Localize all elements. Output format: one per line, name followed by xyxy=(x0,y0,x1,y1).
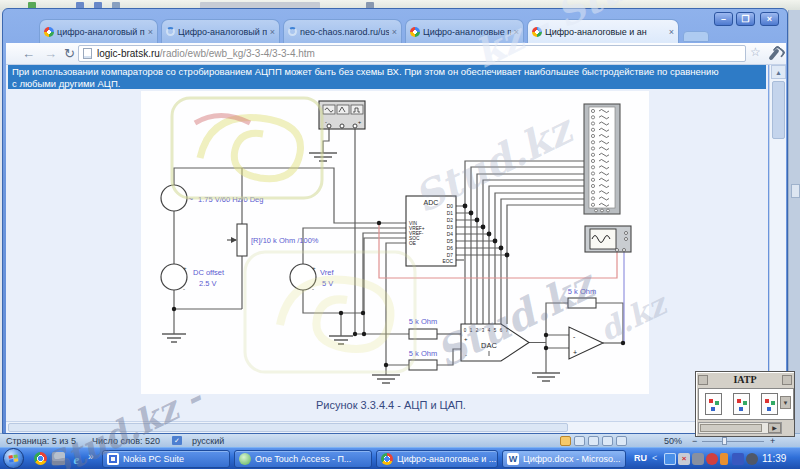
word-zoom-slider[interactable] xyxy=(702,441,764,442)
svg-text:-: - xyxy=(465,352,467,358)
file-icon[interactable] xyxy=(733,393,750,415)
word-icon: W xyxy=(507,453,519,465)
taskbar-clock[interactable]: 11:39 xyxy=(762,453,786,464)
scroll-up-icon[interactable]: ▲ xyxy=(771,65,786,79)
maximize-button[interactable]: ❐ xyxy=(736,12,755,26)
vertical-scrollbar[interactable]: ▲ ▼ xyxy=(769,65,786,421)
iatp-scrollbar[interactable]: ▶ xyxy=(698,422,782,434)
svg-text:+: + xyxy=(183,265,187,271)
tab-2[interactable]: Цифро-аналоговый прес × xyxy=(161,19,280,43)
tray-chevron[interactable]: < xyxy=(652,453,657,463)
word-view-draft[interactable] xyxy=(616,436,627,446)
minimize-button[interactable]: – xyxy=(714,12,733,26)
potentiometer-label: [R]/10 k Ohm /100% xyxy=(251,236,319,245)
start-button[interactable] xyxy=(3,448,24,469)
vref-source[interactable]: + - Vref 5 V xyxy=(290,264,334,292)
quicklaunch-ie-icon[interactable]: e xyxy=(70,452,83,465)
url-path: /radio/ewb/ewb_kg/3-3-4/3-3-4.htm xyxy=(160,48,315,59)
word-wordcount[interactable]: Число слов: 520 xyxy=(92,436,160,446)
spellcheck-icon[interactable]: ✓ xyxy=(172,436,182,445)
wrench-menu-icon[interactable] xyxy=(768,48,779,61)
resistor-feedback[interactable]: 5 k Ohm xyxy=(568,287,596,308)
nokia-pc-suite-icon xyxy=(107,453,119,465)
svg-text:D7: D7 xyxy=(447,253,453,258)
function-generator[interactable]: - + xyxy=(319,101,365,129)
word-zoom-out[interactable]: − xyxy=(692,436,697,446)
battery-icon[interactable] xyxy=(720,453,728,465)
close-button[interactable]: × xyxy=(760,12,779,26)
tab-close-icon[interactable]: × xyxy=(669,27,674,37)
tab-4[interactable]: Цифро-аналоговые прес × xyxy=(405,19,524,43)
word-zoom-slider-thumb[interactable] xyxy=(722,437,727,445)
disconnect-icon[interactable] xyxy=(706,453,718,465)
taskbar-button-label: Nokia PC Suite xyxy=(123,454,184,464)
adc-block[interactable]: ADC VIN VREF+ VREF- SOC OE D0 D1 D2 D3 D… xyxy=(406,196,456,266)
iatp-window-button[interactable] xyxy=(782,375,792,385)
reload-icon[interactable]: ↻ xyxy=(64,46,75,61)
tab-close-icon[interactable]: × xyxy=(514,27,519,37)
muted-speaker-icon[interactable]: × xyxy=(678,453,690,465)
file-icon[interactable] xyxy=(705,393,722,415)
svg-text:D2: D2 xyxy=(447,218,453,223)
tab-3[interactable]: neo-chaos.narod.ru/usef × xyxy=(283,19,402,43)
tray-app-icon[interactable] xyxy=(732,453,744,465)
tab-close-icon[interactable]: × xyxy=(270,27,275,37)
selected-paragraph[interactable]: При использовании компараторов со строби… xyxy=(8,65,766,89)
iatp-panel: IATP ▼ ▶ xyxy=(695,371,795,437)
back-icon[interactable]: ← xyxy=(22,46,35,61)
loading-spinner-icon xyxy=(288,27,297,36)
tab-label: Цифро-аналоговый прес xyxy=(178,27,267,37)
taskbar-button-nokia[interactable]: Nokia PC Suite xyxy=(102,450,230,468)
oscilloscope[interactable] xyxy=(585,226,631,252)
word-view-web[interactable] xyxy=(588,436,599,446)
tab-1[interactable]: цифро-аналоговый прес × xyxy=(39,19,158,43)
word-view-print-layout[interactable] xyxy=(560,436,571,446)
svg-text:5 k Ohm: 5 k Ohm xyxy=(409,349,437,358)
horizontal-scrollbar[interactable]: ▶ xyxy=(6,421,768,433)
new-tab-button[interactable] xyxy=(683,31,709,42)
horizontal-scroll-thumb[interactable] xyxy=(8,423,568,432)
iatp-dropdown-icon[interactable]: ▼ xyxy=(780,396,791,409)
resistor-dac-minus[interactable]: 5 k Ohm xyxy=(409,349,437,370)
word-view-outline[interactable] xyxy=(602,436,613,446)
figure-caption: Рисунок 3.3.4.4 - АЦП и ЦАП. xyxy=(316,399,466,411)
file-icon[interactable] xyxy=(761,393,778,415)
dac-block[interactable]: 0 1 2 3 4 5 6 7 + - DAC xyxy=(461,324,529,361)
url-domain: logic-bratsk.ru xyxy=(97,48,160,59)
potentiometer[interactable]: [R]/10 k Ohm /100% xyxy=(227,224,319,256)
quicklaunch-chrome-icon[interactable] xyxy=(34,452,47,465)
svg-text:-: - xyxy=(312,286,314,292)
tab-close-icon[interactable]: × xyxy=(148,27,153,37)
network-icon[interactable] xyxy=(664,453,676,465)
taskbar-button-label: One Touch Access - П... xyxy=(255,454,351,464)
word-zoom-in[interactable]: + xyxy=(770,436,775,446)
opamp[interactable]: - + xyxy=(569,327,603,359)
word-scroll-button[interactable] xyxy=(791,184,800,198)
vertical-scroll-thumb[interactable] xyxy=(772,81,785,139)
dc-source[interactable]: + - DC offset 2.5 V xyxy=(161,264,225,292)
forward-icon[interactable]: → xyxy=(44,46,57,61)
clock-tray-icon[interactable] xyxy=(746,453,758,465)
bookmark-star-icon[interactable]: ☆ xyxy=(750,45,761,59)
phone-icon[interactable] xyxy=(692,453,704,465)
address-bar[interactable]: logic-bratsk.ru/radio/ewb/ewb_kg/3-3-4/3… xyxy=(78,45,746,62)
iatp-scroll-right-icon[interactable]: ▶ xyxy=(768,423,781,433)
quicklaunch-chevron[interactable]: » xyxy=(88,451,94,462)
quicklaunch-device-icon[interactable] xyxy=(52,452,65,465)
iatp-scroll-thumb[interactable] xyxy=(700,424,762,432)
taskbar-button-onetouch[interactable]: One Touch Access - П... xyxy=(234,450,372,468)
desktop-screen: Страница: 5 из 5 Число слов: 520 ✓ русск… xyxy=(0,0,800,469)
tab-close-icon[interactable]: × xyxy=(392,27,397,37)
language-indicator[interactable]: RU xyxy=(634,453,647,463)
logic-analyzer[interactable] xyxy=(584,104,620,214)
word-language[interactable]: русский xyxy=(192,436,224,446)
word-view-fullscreen[interactable] xyxy=(574,436,585,446)
ac-source[interactable]: ~ 1.75 V/60 Hz/0 Deg xyxy=(161,185,263,211)
tab-5-active[interactable]: Цифро-аналоговые и ан × xyxy=(527,19,679,43)
resistor-dac-plus[interactable]: 5 k Ohm xyxy=(409,317,437,339)
generator-minus: - xyxy=(325,119,327,125)
word-page-indicator[interactable]: Страница: 5 из 5 xyxy=(6,436,76,446)
word-zoom-level[interactable]: 50% xyxy=(664,436,682,446)
taskbar-button-word[interactable]: W Цифро.docx - Microso... xyxy=(502,450,626,468)
taskbar-button-chrome[interactable]: Цифро-аналоговые и ... xyxy=(376,450,498,468)
